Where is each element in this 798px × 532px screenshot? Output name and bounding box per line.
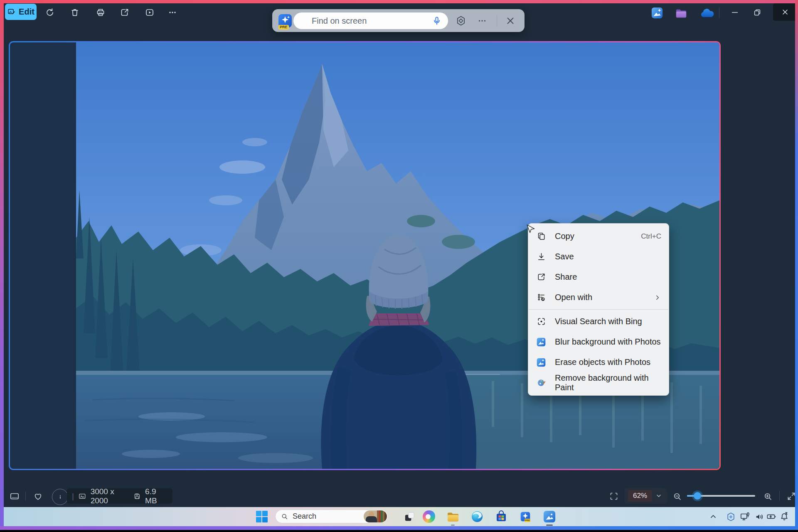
zoom-percentage[interactable]: 62% (628, 490, 652, 502)
visual-search-icon (536, 317, 547, 326)
gallery-folder-button[interactable] (675, 7, 687, 19)
capture-frame-right (795, 0, 798, 530)
taskbar-search-input[interactable] (292, 512, 347, 521)
minimize-icon (730, 8, 739, 17)
find-close-icon[interactable] (505, 15, 516, 26)
volume-icon (754, 512, 765, 522)
restore-button[interactable] (751, 6, 764, 19)
pill-divider: | (72, 492, 74, 501)
microphone-icon[interactable] (431, 15, 442, 26)
menu-item-open-with[interactable]: Open with (528, 287, 669, 308)
search-highlight-image[interactable] (364, 510, 387, 522)
photos-taskbar-button[interactable] (543, 510, 556, 523)
menu-item-label: Share (555, 272, 661, 282)
menu-item-erase-objects[interactable]: Erase objects with Photos (528, 352, 669, 372)
find-on-screen-input[interactable] (293, 12, 448, 29)
find-more-icon[interactable] (477, 15, 488, 26)
save-download-icon (536, 252, 547, 261)
more-icon (167, 7, 177, 17)
close-icon (781, 8, 789, 16)
titlebar-divider (719, 7, 719, 19)
visual-search-preview-icon: PRE (519, 510, 532, 523)
zoom-slider[interactable] (687, 495, 755, 497)
menu-item-remove-background-paint[interactable]: Remove background with Paint (528, 372, 669, 393)
onedrive-cloud-icon (699, 8, 714, 18)
edge-button[interactable] (470, 510, 484, 523)
restore-icon (753, 8, 762, 17)
taskbar-search-box[interactable] (275, 510, 388, 523)
display-connect-button[interactable] (739, 510, 751, 523)
menu-item-label: Copy (555, 232, 633, 241)
status-bar: | 3000 x 2000 6.9 MB 62% (4, 482, 795, 507)
volume-button[interactable] (753, 510, 766, 523)
file-size-icon (133, 492, 141, 500)
context-menu: Copy Ctrl+C Save Share (528, 223, 669, 396)
running-indicator (451, 525, 455, 526)
paint-app-icon (536, 378, 547, 387)
print-button[interactable] (94, 5, 108, 20)
rotate-icon (45, 7, 55, 17)
hidden-icons-button[interactable] (707, 511, 719, 522)
store-icon (495, 510, 507, 523)
filmstrip-toggle[interactable] (8, 490, 21, 502)
image-dimensions: 3000 x 2000 (91, 487, 130, 505)
statusbar-divider (779, 491, 780, 501)
menu-item-save[interactable]: Save (528, 246, 669, 267)
photos-ai-button[interactable] (651, 7, 663, 19)
printer-icon (96, 7, 106, 17)
more-options-button[interactable] (165, 5, 180, 20)
share-icon (120, 7, 130, 17)
edit-image-icon (7, 7, 16, 16)
zoom-out-button[interactable] (670, 490, 684, 502)
favorite-button[interactable] (31, 490, 44, 502)
menu-item-label: Visual Search with Bing (555, 317, 661, 326)
zoom-in-button[interactable] (761, 490, 774, 502)
file-explorer-icon (447, 511, 459, 522)
close-button[interactable] (773, 3, 797, 21)
slideshow-icon (145, 7, 155, 17)
display-connect-icon (739, 511, 750, 522)
slideshow-button[interactable] (143, 5, 157, 20)
studio-effects-button[interactable] (724, 510, 737, 523)
start-button[interactable] (255, 510, 268, 523)
submenu-chevron-icon (654, 294, 661, 301)
zoom-slider-thumb[interactable] (694, 492, 701, 500)
trash-icon (70, 7, 80, 17)
file-info-pill: | 3000 x 2000 6.9 MB (67, 488, 172, 504)
edit-button-label: Edit (19, 7, 34, 17)
menu-item-label: Erase objects with Photos (555, 357, 661, 367)
menu-item-blur-background[interactable]: Blur background with Photos (528, 332, 669, 352)
store-button[interactable] (495, 510, 508, 523)
menu-item-copy[interactable]: Copy Ctrl+C (528, 226, 669, 246)
copy-icon (536, 232, 547, 241)
minimize-button[interactable] (728, 6, 741, 19)
battery-button[interactable] (765, 510, 778, 523)
share-button[interactable] (118, 5, 132, 20)
visual-search-app-icon: PRE (278, 13, 293, 28)
task-view-icon (404, 511, 415, 522)
menu-item-share[interactable]: Share (528, 267, 669, 287)
screen: Edit (0, 0, 798, 532)
info-button[interactable] (52, 489, 68, 505)
zoom-level-control[interactable]: 62% (625, 488, 667, 504)
chevron-down-icon[interactable] (655, 493, 662, 499)
capture-frame-bottom (0, 526, 798, 530)
rotate-button[interactable] (43, 5, 57, 20)
photos-app-icon (536, 337, 547, 347)
notifications-button[interactable] (778, 510, 791, 523)
fullscreen-button[interactable] (784, 490, 798, 502)
task-view-button[interactable] (403, 510, 416, 523)
edit-button[interactable]: Edit (5, 4, 37, 20)
lens-settings-icon[interactable] (455, 15, 467, 27)
file-explorer-button[interactable] (446, 510, 460, 523)
copilot-button[interactable] (422, 510, 436, 523)
open-with-icon (536, 293, 547, 302)
mouse-cursor (526, 224, 536, 235)
menu-item-visual-search-bing[interactable]: Visual Search with Bing (528, 311, 669, 332)
capture-frame-left (0, 0, 4, 530)
onedrive-button[interactable] (699, 8, 715, 19)
visual-search-preview-button[interactable]: PRE (519, 510, 532, 523)
photos-ai-icon (651, 7, 663, 19)
delete-button[interactable] (68, 5, 82, 20)
fit-to-window-button[interactable] (607, 490, 621, 502)
